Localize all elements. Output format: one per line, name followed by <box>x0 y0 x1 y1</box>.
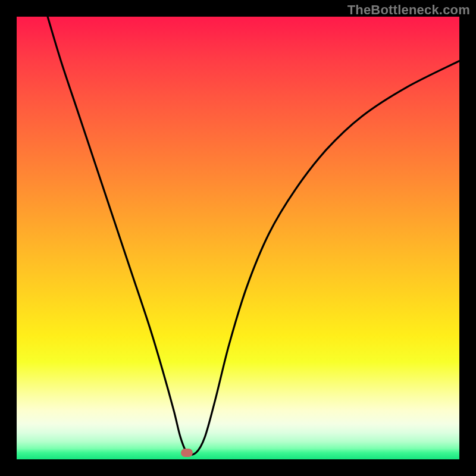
optimal-point-marker <box>181 449 193 457</box>
outer-frame: TheBottleneck.com <box>0 0 476 476</box>
bottleneck-curve <box>17 17 459 459</box>
plot-area <box>17 17 459 459</box>
watermark-text: TheBottleneck.com <box>347 2 470 18</box>
